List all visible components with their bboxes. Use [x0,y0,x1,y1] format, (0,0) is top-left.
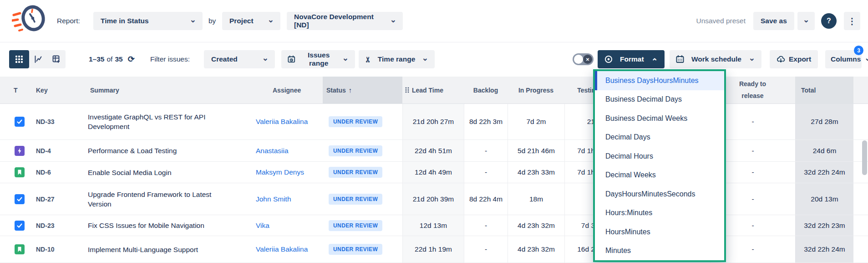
lead-time-header-label: Lead Time [412,87,443,94]
cloud-download-icon [777,55,785,63]
status-badge: UNDER REVIEW [329,116,382,127]
question-icon: ? [827,17,831,25]
pagination: 1–35 of 35 ⟳ [89,50,135,68]
format-menu-item[interactable]: Decimal Days [595,128,724,147]
filter-issues-label: Filter issues: [150,50,190,68]
chevron-down-icon: ⌄ [342,56,349,61]
sort-ascending-icon: ↑ [349,86,352,94]
report-type-select[interactable]: Time in Status ⌄ [93,12,203,30]
table-view-button[interactable] [9,50,29,68]
group-by-value: Project [229,17,254,25]
vertical-scrollbar-thumb[interactable] [862,140,867,175]
report-type-value: Time in Status [101,17,149,25]
column-header-in-progress[interactable]: In Progress [508,77,564,103]
format-menu-item[interactable]: Decimal Weeks [595,166,724,185]
issue-summary[interactable]: Upgrade Frontend Framework to Latest Ver… [88,190,227,209]
issue-key[interactable]: ND-27 [36,196,54,203]
work-schedule-button[interactable]: Work schedule ⌄ [670,50,761,68]
issue-key[interactable]: ND-23 [36,222,54,229]
column-header-type[interactable]: T [0,77,36,103]
format-menu-item[interactable]: DaysHoursMinutesSeconds [595,185,724,204]
backlog-value: - [464,236,508,263]
column-header-status[interactable]: Status ↑ [323,77,402,103]
issue-type-story-icon[interactable] [15,244,25,254]
assignee-link[interactable]: Anastasiia [256,147,289,155]
column-header-assignee[interactable]: Assignee [248,77,323,103]
backlog-value: - [464,215,508,236]
comparison-toggle[interactable]: ✕ [573,53,594,65]
chevron-up-icon: ⌄ [651,58,658,63]
scissors-icon: ✂ [364,56,372,62]
format-menu-item[interactable]: Business Decimal Days [595,90,724,109]
column-header-backlog[interactable]: Backlog [464,77,508,103]
format-menu-item[interactable]: Hours:Minutes [595,204,724,223]
table-header-row: T Key Summary Assignee Status ↑ Lead Tim… [0,77,868,104]
in-progress-value: 4d 23h 32m [508,215,564,236]
issue-summary[interactable]: Performance & Load Testing [88,146,177,155]
format-menu-item[interactable]: Business DaysHoursMinutes [595,71,724,90]
format-menu-item[interactable]: Business Decimal Weeks [595,109,724,128]
chart-view-button[interactable] [29,50,47,68]
column-header-summary[interactable]: Summary [82,77,248,103]
columns-count-badge: 3 [854,46,863,55]
time-range-label: Time range [378,55,415,63]
issues-range-button[interactable]: Issues range ⌄ [281,50,355,68]
issue-type-task-icon[interactable] [15,221,25,231]
chart-line-icon [34,55,42,63]
toggle-knob [574,55,583,64]
issue-key[interactable]: ND-33 [36,118,54,125]
drag-handle-icon[interactable] [405,87,409,93]
work-schedule-label: Work schedule [691,55,741,63]
issue-summary[interactable]: Enable Social Media Login [88,168,172,177]
column-header-key[interactable]: Key [36,77,82,103]
status-badge: UNDER REVIEW [329,244,382,255]
target-icon [604,55,613,63]
pivot-view-button[interactable] [47,50,66,68]
pagination-total: 35 [115,55,122,63]
format-menu-item[interactable]: Minutes [595,242,724,261]
calendar-icon [676,55,684,63]
filter-field-select[interactable]: Created ⌄ [204,50,275,68]
lead-time-value: 12d 4h 49m [402,162,464,183]
view-switcher [9,50,66,68]
issues-table: T Key Summary Assignee Status ↑ Lead Tim… [0,77,868,263]
assignee-link[interactable]: Valeriia Bakalina [256,118,308,126]
pagination-of: of [107,55,112,63]
total-value: 20d 13m [795,183,853,215]
help-button[interactable]: ? [821,13,837,29]
project-select[interactable]: NovaCore Development [ND] ⌄ [287,12,403,30]
issue-type-bolt-icon[interactable] [15,146,25,156]
assignee-link[interactable]: John Smith [256,195,291,203]
time-range-button[interactable]: ✂ Time range ⌄ [359,50,435,68]
total-value: 32d 22h 23m [795,215,853,236]
issue-key[interactable]: ND-4 [36,147,51,155]
column-header-total[interactable]: Total [795,77,853,103]
assignee-link[interactable]: Maksym Denys [256,168,304,176]
issue-key[interactable]: ND-10 [36,246,54,253]
more-options-button[interactable]: ⋮ [844,12,860,30]
issue-key[interactable]: ND-6 [36,169,51,176]
issue-summary[interactable]: Investigate GraphQL vs REST for API Deve… [88,112,227,131]
refresh-icon[interactable]: ⟳ [128,54,135,64]
issue-type-task-icon[interactable] [15,194,25,204]
table-row: ND-6 Enable Social Media Login Maksym De… [0,162,868,183]
save-as-dropdown-button[interactable]: ⌄ [797,12,815,30]
format-button[interactable]: Format ⌄ [598,50,665,68]
export-label: Export [789,55,811,63]
assignee-link[interactable]: Valeriia Bakalina [256,245,308,253]
format-menu-item[interactable]: HoursMinutes [595,222,724,242]
issue-type-task-icon[interactable] [15,117,25,127]
assignee-link[interactable]: Vika [256,222,269,230]
pagination-range: 1–35 [89,55,104,63]
format-label: Format [620,55,644,63]
save-as-button[interactable]: Save as [753,12,794,30]
group-by-select[interactable]: Project ⌄ [222,12,280,30]
format-menu-item[interactable]: Decimal Hours [595,147,724,166]
table-row: ND-33 Investigate GraphQL vs REST for AP… [0,104,868,140]
column-header-lead-time[interactable]: Lead Time [402,77,464,103]
export-button[interactable]: Export [770,50,818,68]
lead-time-value: 12d 13m [402,215,464,236]
issue-summary[interactable]: Implement Multi-Language Support [88,245,198,254]
issue-type-story-icon[interactable] [15,167,25,177]
issue-summary[interactable]: Fix CSS Issues for Mobile Navigation [88,221,204,230]
